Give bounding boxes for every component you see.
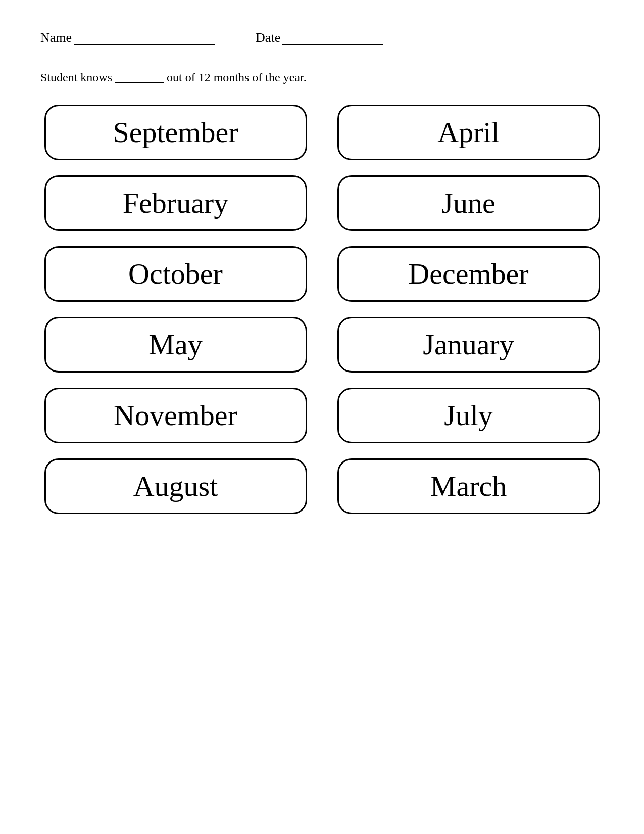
month-label-november: November	[114, 399, 237, 432]
month-label-february: February	[123, 187, 228, 219]
month-label-august: August	[133, 470, 218, 502]
month-box-august: August	[44, 458, 307, 514]
month-box-june: June	[337, 175, 600, 231]
month-label-april: April	[437, 116, 499, 149]
months-grid: SeptemberAprilFebruaryJuneOctoberDecembe…	[44, 105, 600, 514]
date-field: Date	[256, 30, 383, 45]
month-label-january: January	[423, 329, 514, 361]
name-label: Name	[40, 30, 72, 45]
month-box-september: September	[44, 105, 307, 160]
month-label-march: March	[430, 470, 507, 502]
month-label-december: December	[408, 258, 528, 290]
month-box-january: January	[337, 317, 600, 373]
month-box-april: April	[337, 105, 600, 160]
name-field: Name	[40, 30, 215, 45]
month-box-february: February	[44, 175, 307, 231]
month-label-september: September	[113, 116, 238, 149]
month-box-november: November	[44, 388, 307, 443]
month-label-october: October	[128, 258, 223, 290]
header: Name Date	[40, 30, 604, 45]
month-box-july: July	[337, 388, 600, 443]
month-box-may: May	[44, 317, 307, 373]
date-label: Date	[256, 30, 280, 45]
month-box-october: October	[44, 246, 307, 302]
name-line	[74, 31, 215, 45]
month-box-december: December	[337, 246, 600, 302]
month-box-march: March	[337, 458, 600, 514]
month-label-may: May	[148, 329, 202, 361]
month-label-july: July	[444, 399, 493, 432]
date-line	[282, 31, 383, 45]
month-label-june: June	[441, 187, 495, 219]
instruction-text: Student knows ________ out of 12 months …	[40, 71, 604, 84]
